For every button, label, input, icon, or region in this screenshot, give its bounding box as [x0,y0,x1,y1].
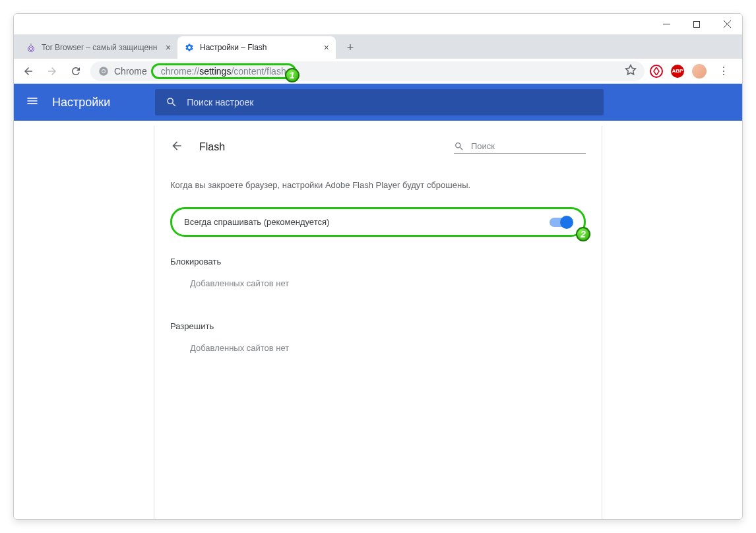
profile-avatar[interactable] [692,64,707,78]
panel-search-input[interactable] [471,141,586,151]
omnibox[interactable]: Chrome chrome://settings/content/flash 1 [90,61,645,81]
minimize-icon [663,24,670,24]
adblock-extension-icon[interactable]: ABP [671,65,684,78]
window-titlebar [14,14,742,35]
settings-search-input[interactable] [187,97,593,108]
tab-title: Tor Browser – самый защищенн [42,43,160,52]
flash-reset-info: Когда вы закроете браузер, настройки Ado… [170,180,586,190]
panel-header: Flash [154,139,602,171]
search-icon [166,96,177,108]
reload-button[interactable] [67,62,85,80]
page-content: Настройки Flash Ког [14,84,742,519]
arrow-right-icon [46,65,58,77]
browser-window: Tor Browser – самый защищенн × Настройки… [13,13,743,520]
address-text: chrome://settings/content/flash [161,66,286,77]
chrome-label: Chrome [114,66,147,77]
panel-back-button[interactable] [170,139,183,155]
settings-panel: Flash Когда вы закроете браузер, настрой… [154,126,602,519]
settings-search-bar[interactable] [155,89,604,115]
browser-menu-button[interactable]: ⋮ [714,65,733,77]
hamburger-icon [26,94,39,108]
maximize-icon [693,21,700,28]
browser-toolbar: Chrome chrome://settings/content/flash 1… [14,59,742,84]
back-button[interactable] [19,62,38,80]
svg-point-5 [30,47,33,51]
close-icon [724,20,731,28]
toggle-switch[interactable] [550,218,572,227]
settings-header: Настройки [14,84,742,121]
always-ask-toggle-row[interactable]: Всегда спрашивать (рекомендуется) 2 [170,207,586,237]
panel-search[interactable] [454,141,586,154]
annotation-badge-1: 1 [285,68,299,82]
allow-empty-text: Добавленных сайтов нет [190,343,586,353]
allow-heading: Разрешить [170,321,586,331]
onion-icon [26,42,36,53]
chrome-logo-icon [98,66,109,77]
gear-icon [184,42,195,53]
forward-button[interactable] [43,62,61,80]
extension-icons: ABP ⋮ [650,64,737,78]
tab-tor-browser[interactable]: Tor Browser – самый защищенн × [19,36,177,59]
tab-close-button[interactable]: × [166,42,171,53]
arrow-left-icon [22,65,34,77]
toggle-knob [560,216,573,229]
block-heading: Блокировать [170,257,586,266]
svg-rect-1 [694,21,700,27]
tab-title: Настройки – Flash [200,43,319,52]
annotation-badge-2: 2 [576,227,590,241]
yandex-extension-icon[interactable] [650,65,663,78]
reload-icon [70,65,82,77]
arrow-left-icon [170,139,183,152]
window-controls [651,14,742,35]
panel-title: Flash [199,141,438,153]
bookmark-star-icon[interactable] [625,64,637,78]
settings-heading: Настройки [52,96,110,110]
close-window-button[interactable] [712,14,742,35]
svg-point-8 [102,70,105,73]
url-highlight-annotation: chrome://settings/content/flash 1 [151,63,296,79]
maximize-button[interactable] [681,14,712,35]
minimize-button[interactable] [651,14,681,35]
hamburger-menu-button[interactable] [26,94,39,110]
search-icon [454,141,464,152]
tab-close-button[interactable]: × [324,42,329,53]
tab-settings-flash[interactable]: Настройки – Flash × [177,36,336,59]
block-empty-text: Добавленных сайтов нет [190,278,586,288]
svg-point-4 [28,46,34,52]
new-tab-button[interactable]: + [341,38,360,57]
settings-body: Flash Когда вы закроете браузер, настрой… [14,121,742,519]
panel-content: Когда вы закроете браузер, настройки Ado… [154,180,602,353]
toggle-label: Всегда спрашивать (рекомендуется) [184,217,329,227]
tab-strip: Tor Browser – самый защищенн × Настройки… [14,35,742,59]
